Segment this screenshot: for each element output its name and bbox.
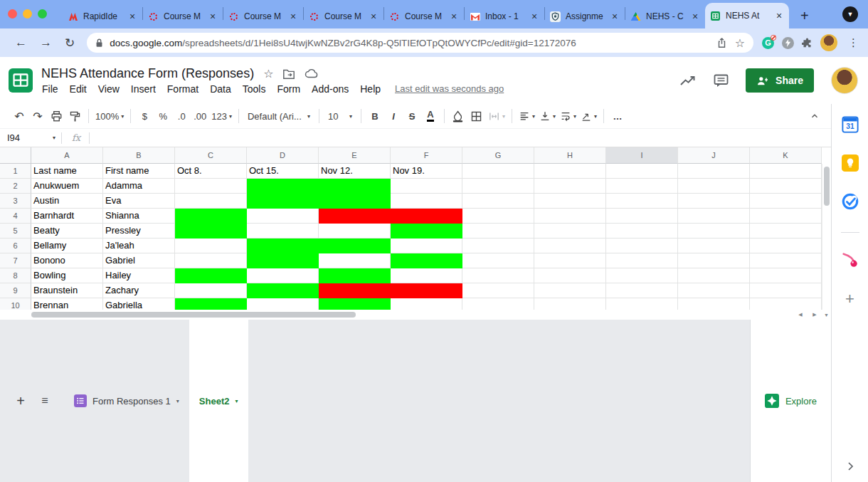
cell-E7[interactable]: [319, 253, 391, 268]
cell-F3[interactable]: [391, 194, 462, 209]
extensions-puzzle-icon[interactable]: [802, 38, 813, 48]
browser-tab[interactable]: Course M×: [304, 4, 383, 28]
vertical-scrollbar[interactable]: [822, 164, 831, 310]
column-header-E[interactable]: E: [319, 147, 391, 164]
get-addons-button[interactable]: +: [845, 290, 854, 308]
row-number[interactable]: 1: [0, 164, 31, 179]
cell-C10[interactable]: [175, 298, 247, 310]
scroll-left-button[interactable]: ◀: [793, 310, 808, 320]
close-icon[interactable]: ×: [610, 11, 620, 21]
cell-I9[interactable]: [606, 283, 678, 298]
cell-H6[interactable]: [534, 239, 606, 253]
text-color-button[interactable]: A: [421, 108, 440, 125]
cell-B4[interactable]: Shianna: [103, 209, 175, 224]
cell-G3[interactable]: [462, 194, 534, 209]
row-number[interactable]: 6: [0, 239, 31, 253]
cell-C4[interactable]: [175, 209, 247, 224]
insights-icon[interactable]: [679, 75, 697, 87]
cell-E1[interactable]: Nov 12.: [319, 164, 391, 179]
close-icon[interactable]: ×: [690, 11, 700, 21]
star-document-icon[interactable]: ☆: [263, 67, 273, 80]
fill-color-button[interactable]: [449, 108, 467, 125]
cell-F4[interactable]: [391, 209, 462, 224]
cell-B5[interactable]: Pressley: [103, 224, 175, 239]
vertical-align-button[interactable]: ▾: [537, 108, 558, 125]
browser-profile-avatar[interactable]: [820, 34, 837, 51]
forward-button[interactable]: →: [40, 36, 52, 50]
cell-A3[interactable]: Austin: [31, 194, 103, 209]
cell-C1[interactable]: Oct 8.: [175, 164, 247, 179]
cell-I7[interactable]: [606, 253, 678, 268]
move-folder-icon[interactable]: [282, 68, 295, 79]
calendar-icon[interactable]: 31: [841, 115, 859, 134]
cell-I6[interactable]: [606, 239, 678, 253]
cell-J3[interactable]: [678, 194, 750, 209]
row-number[interactable]: 9: [0, 283, 31, 298]
browser-tab[interactable]: RapidIde×: [63, 4, 142, 28]
cell-F7[interactable]: [391, 253, 462, 268]
horizontal-align-button[interactable]: ▾: [517, 108, 537, 125]
column-header-A[interactable]: A: [31, 147, 103, 164]
close-icon[interactable]: ×: [288, 11, 298, 21]
cell-H7[interactable]: [534, 253, 606, 268]
cell-E10[interactable]: [319, 298, 391, 310]
column-header-J[interactable]: J: [678, 147, 750, 164]
cell-F1[interactable]: Nov 19.: [391, 164, 462, 179]
row-number[interactable]: 4: [0, 209, 31, 224]
cell-I5[interactable]: [606, 224, 678, 239]
collapse-toolbar-button[interactable]: [805, 108, 824, 125]
cell-C6[interactable]: [175, 239, 247, 253]
cell-A2[interactable]: Anukwuem: [31, 179, 103, 194]
cell-B10[interactable]: Gabriella: [103, 298, 175, 310]
cell-G5[interactable]: [462, 224, 534, 239]
cell-I2[interactable]: [606, 179, 678, 194]
browser-tab-active[interactable]: NEHS At×: [705, 3, 789, 28]
cell-K2[interactable]: [750, 179, 822, 194]
menu-help[interactable]: Help: [354, 83, 386, 95]
cell-H8[interactable]: [534, 268, 606, 283]
cloud-status-icon[interactable]: [305, 68, 319, 79]
minimize-window-button[interactable]: [23, 9, 32, 19]
borders-button[interactable]: [467, 108, 486, 125]
last-edit-status[interactable]: Last edit was seconds ago: [395, 83, 504, 94]
browser-tab[interactable]: Course M×: [384, 4, 464, 28]
browser-tab[interactable]: Assignme×: [545, 4, 625, 28]
reload-button[interactable]: ↻: [65, 36, 75, 51]
cell-K9[interactable]: [750, 283, 822, 298]
cell-C8[interactable]: [175, 268, 247, 283]
cell-I3[interactable]: [606, 194, 678, 209]
cell-F5[interactable]: [391, 224, 462, 239]
name-box[interactable]: I94▾: [0, 132, 61, 143]
column-header-D[interactable]: D: [247, 147, 319, 164]
cell-C3[interactable]: [175, 194, 247, 209]
cell-I4[interactable]: [606, 209, 678, 224]
cell-J2[interactable]: [678, 179, 750, 194]
scroll-down-button[interactable]: ▼: [822, 310, 831, 320]
format-percent-button[interactable]: %: [154, 108, 172, 125]
cell-D8[interactable]: [247, 268, 319, 283]
cell-G10[interactable]: [462, 298, 534, 310]
cell-D9[interactable]: [247, 283, 319, 298]
all-sheets-button[interactable]: ≡: [34, 394, 55, 407]
close-icon[interactable]: ×: [208, 11, 218, 21]
cell-J10[interactable]: [678, 298, 750, 310]
cell-B6[interactable]: Ja'leah: [103, 239, 175, 253]
explore-button[interactable]: Explore: [750, 320, 831, 482]
column-header-B[interactable]: B: [103, 147, 175, 164]
back-button[interactable]: ←: [15, 36, 27, 50]
cell-G9[interactable]: [462, 283, 534, 298]
cell-B9[interactable]: Zachary: [103, 283, 175, 298]
column-header-G[interactable]: G: [462, 147, 534, 164]
row-number[interactable]: 2: [0, 179, 31, 194]
cell-F6[interactable]: [391, 239, 462, 253]
cell-J1[interactable]: [678, 164, 750, 179]
cell-G6[interactable]: [462, 239, 534, 253]
cell-K4[interactable]: [750, 209, 822, 224]
cell-F8[interactable]: [391, 268, 462, 283]
decrease-decimal-button[interactable]: .0: [172, 108, 191, 125]
column-header-I[interactable]: I: [606, 147, 678, 164]
extension-icon[interactable]: [782, 37, 794, 49]
increase-decimal-button[interactable]: .00: [191, 108, 209, 125]
scroll-right-button[interactable]: ▶: [808, 310, 822, 320]
cell-D5[interactable]: [247, 224, 319, 239]
